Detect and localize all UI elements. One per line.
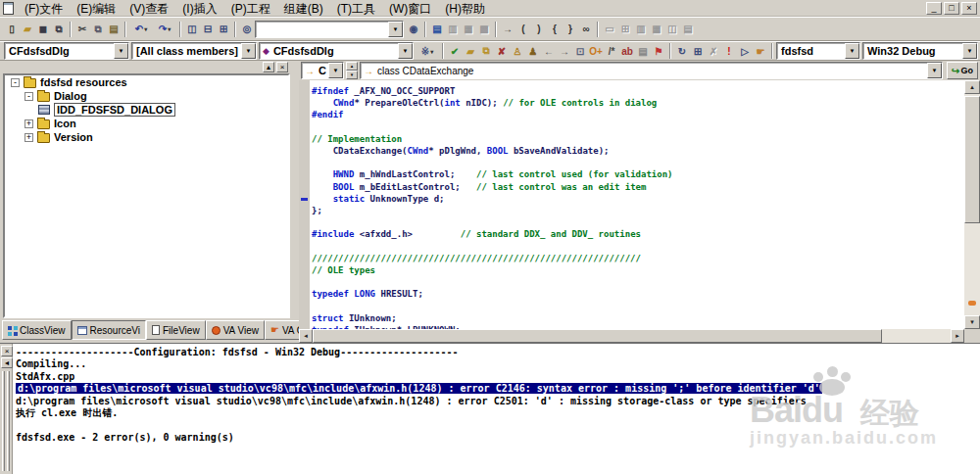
minimize-button[interactable]: _ xyxy=(926,2,942,15)
va-forward-icon[interactable]: → xyxy=(557,43,572,60)
menu-item[interactable]: (V)查看 xyxy=(122,2,175,16)
layout-grid-icon[interactable]: ⊞ xyxy=(617,21,633,37)
list-members-icon[interactable]: ▦ xyxy=(461,21,476,37)
param-info-icon[interactable]: ▩ xyxy=(476,21,492,37)
scroll-down-icon[interactable]: ▾ xyxy=(964,315,980,329)
center-horz-icon[interactable]: ◫ xyxy=(664,21,680,37)
paren-match-open-icon[interactable]: ( xyxy=(515,21,531,37)
va-spell-icon[interactable]: ab xyxy=(619,43,635,60)
pane-minimize-button[interactable]: ▴ xyxy=(263,62,274,72)
va-paste-icon[interactable]: ⊡ xyxy=(572,43,588,60)
scroll-left-icon[interactable]: ◂ xyxy=(299,329,313,343)
members-combo[interactable]: [All class members]▼ xyxy=(131,42,257,60)
tree-item[interactable]: -fdsfsd resources xyxy=(5,75,288,89)
code-line[interactable]: ////////////////////////////////////////… xyxy=(312,253,672,264)
expand-icon[interactable]: + xyxy=(24,119,33,128)
reading-glasses-icon[interactable]: ∞ xyxy=(578,21,594,37)
expand-icon[interactable]: + xyxy=(24,133,33,142)
open-header-icon[interactable]: ▤ xyxy=(429,21,445,37)
paste-icon[interactable]: ▤ xyxy=(106,21,122,37)
debug-go-icon[interactable]: ▷ xyxy=(737,43,753,60)
compile-icon[interactable]: ↻ xyxy=(674,43,690,60)
class-combo[interactable]: CFdsfsdDlg▼ xyxy=(4,42,129,60)
copy-icon[interactable]: ⧉ xyxy=(90,21,106,37)
undo-icon[interactable]: ↶▾ xyxy=(129,21,153,37)
test-dialog-icon[interactable]: ▭ xyxy=(602,21,617,37)
menu-item[interactable]: (F)文件 xyxy=(18,2,70,16)
redo-icon[interactable]: ↷▾ xyxy=(153,21,176,37)
dropdown-arrow-icon[interactable]: ▼ xyxy=(114,43,128,59)
output-line[interactable]: d:\program files\microsoft visual studio… xyxy=(16,396,980,407)
menu-item[interactable]: 组建(B) xyxy=(277,2,330,16)
output-close-button[interactable]: × xyxy=(1,346,13,356)
stop-build-icon[interactable]: ✗ xyxy=(706,43,721,60)
code-line[interactable]: BOOL m_bEditLastControl; // last control… xyxy=(312,181,672,193)
tree-item[interactable]: +Version xyxy=(5,130,288,144)
window-list-icon[interactable]: ⊞ xyxy=(216,21,231,37)
menu-item[interactable]: (E)编辑 xyxy=(70,2,122,16)
paren-match-close-icon[interactable]: ) xyxy=(531,21,547,37)
code-line[interactable]: // Implementation xyxy=(312,133,672,145)
nav-spinner[interactable]: ▴ ▾ xyxy=(346,62,358,79)
dropdown-arrow-icon[interactable]: ▼ xyxy=(845,43,859,59)
wizard-actions-icon[interactable]: ※▾ xyxy=(416,43,439,60)
dropdown-arrow-icon[interactable]: ▼ xyxy=(241,43,256,59)
output-line[interactable]: d:\program files\microsoft visual studio… xyxy=(16,383,980,395)
function-combo[interactable]: ◆CFdsfsdDlg▼ xyxy=(259,42,414,60)
code-line[interactable] xyxy=(312,121,672,133)
horizontal-scrollbar[interactable]: ◂ ▸ xyxy=(299,329,964,343)
close-button[interactable]: × xyxy=(961,2,977,15)
resource-tree[interactable]: -fdsfsd resources-DialogIDD_FDSFSD_DIALO… xyxy=(3,73,290,318)
tab-classview[interactable]: ClassView xyxy=(2,320,72,340)
tree-item[interactable]: IDD_FDSFSD_DIALOG xyxy=(5,103,288,117)
spinner-down-icon[interactable]: ▾ xyxy=(346,71,358,79)
va-check-file-icon[interactable]: ✔ xyxy=(447,43,463,60)
dropdown-arrow-icon[interactable]: ▼ xyxy=(927,63,942,78)
menu-item[interactable]: (H)帮助 xyxy=(438,2,492,16)
code-line[interactable]: #ifndef _AFX_NO_OCC_SUPPORT xyxy=(312,85,672,97)
horizontal-scroll-thumb[interactable] xyxy=(313,329,882,343)
tab-resourcevi[interactable]: ResourceVi xyxy=(72,320,147,340)
tab-va-view[interactable]: VA View xyxy=(206,320,265,340)
collapse-icon[interactable]: - xyxy=(11,78,20,87)
dropdown-arrow-icon[interactable]: ▼ xyxy=(328,63,343,78)
vertical-scroll-thumb[interactable] xyxy=(964,96,980,223)
project-combo[interactable]: fdsfsd▼ xyxy=(776,42,860,60)
code-line[interactable]: typedef LONG HRESULT; xyxy=(312,288,672,300)
save-icon[interactable]: ◼ xyxy=(35,21,51,37)
output-pane-icon[interactable]: ⊟ xyxy=(200,21,216,37)
config-combo[interactable]: Win32 Debug▼ xyxy=(862,42,978,60)
menu-item[interactable]: (P)工程 xyxy=(224,2,277,16)
code-line[interactable] xyxy=(312,157,672,168)
build-output-text[interactable]: --------------------Configuration: fdsfs… xyxy=(16,347,980,474)
code-line[interactable]: // OLE types xyxy=(312,264,672,276)
va-note-icon[interactable]: ▤ xyxy=(635,43,651,60)
scroll-up-icon[interactable]: ▴ xyxy=(964,80,980,94)
cut-icon[interactable]: ✂ xyxy=(74,21,90,37)
save-all-icon[interactable]: ⧉ xyxy=(51,21,67,37)
find-combo[interactable]: ▼ xyxy=(255,21,404,38)
new-file-icon[interactable]: ▯ xyxy=(4,21,20,37)
menu-item[interactable]: (T)工具 xyxy=(330,2,382,16)
output-collapse-icon[interactable]: ◂ xyxy=(1,357,13,368)
collapse-icon[interactable]: - xyxy=(24,92,33,101)
code-line[interactable] xyxy=(312,301,672,312)
selected-error-line[interactable]: d:\program files\microsoft visual studio… xyxy=(16,383,822,394)
context-combo[interactable]: → C ▼ xyxy=(301,62,344,79)
tab-fileview[interactable]: FileView xyxy=(146,320,206,340)
code-line[interactable]: CDataExchange(CWnd* pDlgWnd, BOOL bSaveA… xyxy=(312,145,672,157)
code-line[interactable]: }; xyxy=(312,205,672,216)
selection-margin[interactable] xyxy=(299,80,310,329)
code-line[interactable]: struct IUnknown; xyxy=(312,312,672,324)
dropdown-arrow-icon[interactable]: ▼ xyxy=(962,43,977,59)
goto-definition-icon[interactable]: → xyxy=(500,21,515,37)
menu-item[interactable]: (W)窗口 xyxy=(382,2,438,16)
va-key-brown-icon[interactable]: ♟ xyxy=(525,43,541,60)
restore-button[interactable]: □ xyxy=(944,2,959,15)
output-grip[interactable]: × ◂ xyxy=(0,344,13,474)
va-key-gold-icon[interactable]: ♙ xyxy=(510,43,525,60)
brace-match-open-icon[interactable]: { xyxy=(547,21,563,37)
dropdown-arrow-icon[interactable]: ▼ xyxy=(388,22,403,37)
code-line[interactable] xyxy=(312,276,672,288)
go-button[interactable]: ↪ Go xyxy=(947,62,978,79)
